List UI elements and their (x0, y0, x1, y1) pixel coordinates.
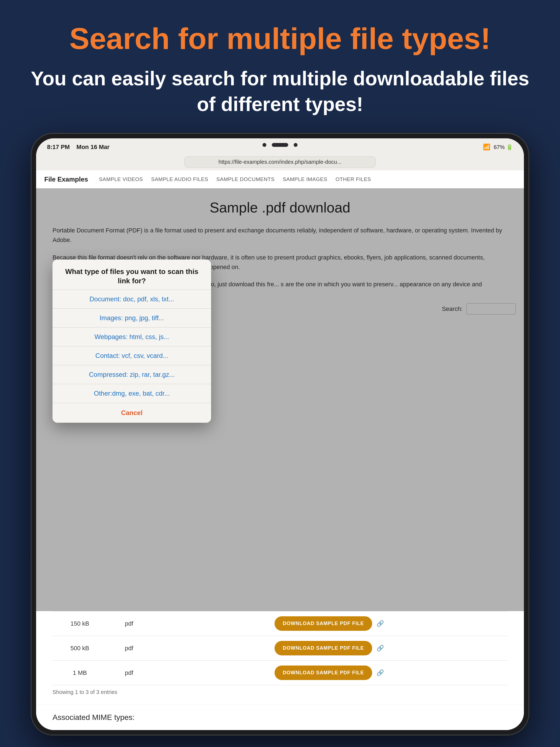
status-time: 8:17 PM Mon 16 Mar (47, 144, 110, 151)
table-info: Showing 1 to 3 of 3 entries (52, 685, 508, 699)
link-icon-3: 🔗 (377, 669, 384, 676)
content-area: Sample .pdf download Portable Document F… (36, 188, 524, 611)
popup-header: What type of files you want to scan this… (52, 259, 211, 289)
table-cell-btn-3: DOWNLOAD SAMPLE PDF FILE 🔗 (151, 666, 508, 680)
nav-item-audio[interactable]: SAMPLE AUDIO FILES (151, 176, 208, 182)
download-btn-3[interactable]: DOWNLOAD SAMPLE PDF FILE (275, 666, 372, 680)
camera-bar (239, 141, 321, 149)
wifi-icon: 📶 (483, 144, 490, 151)
nav-item-images[interactable]: SAMPLE IMAGES (283, 176, 327, 182)
popup-overlay: What type of files you want to scan this… (36, 188, 524, 611)
download-btn-1[interactable]: DOWNLOAD SAMPLE PDF FILE (275, 616, 372, 631)
status-right: 📶 67% 🔋 (483, 144, 513, 151)
main-title: Search for multiple file types! (27, 22, 533, 55)
header-section: Search for multiple file types! You can … (0, 0, 560, 133)
ipad-frame-wrapper: 8:17 PM Mon 16 Mar 📶 67% 🔋 (31, 133, 529, 735)
nav-item-videos[interactable]: SAMPLE VIDEOS (99, 176, 143, 182)
table-cell-type-3: pdf (107, 669, 151, 676)
mime-title: Associated MIME types: (52, 713, 508, 722)
website-nav: File Examples SAMPLE VIDEOS SAMPLE AUDIO… (36, 170, 524, 188)
popup-item-compressed[interactable]: Compressed: zip, rar, tar.gz... (52, 365, 211, 384)
url-bar[interactable]: https://file-examples.com/index.php/samp… (184, 156, 376, 168)
link-icon-2: 🔗 (377, 645, 384, 652)
nav-brand[interactable]: File Examples (44, 176, 88, 183)
download-btn-2[interactable]: DOWNLOAD SAMPLE PDF FILE (275, 641, 372, 655)
nav-item-documents[interactable]: SAMPLE DOCUMENTS (216, 176, 275, 182)
table-cell-btn-2: DOWNLOAD SAMPLE PDF FILE 🔗 (151, 641, 508, 655)
ipad-frame: 8:17 PM Mon 16 Mar 📶 67% 🔋 (31, 133, 529, 735)
table-row-1: 150 kB pdf DOWNLOAD SAMPLE PDF FILE 🔗 (52, 611, 508, 636)
popup-item-images[interactable]: Images: png, jpg, tiff... (52, 309, 211, 328)
nav-item-other[interactable]: OTHER FILES (335, 176, 371, 182)
popup-item-contact[interactable]: Contact: vcf, csv, vcard... (52, 346, 211, 365)
url-bar-wrapper: https://file-examples.com/index.php/samp… (36, 155, 524, 170)
table-cell-size-2: 500 kB (52, 645, 107, 652)
camera-dot-1 (262, 143, 266, 147)
popup-title: What type of files you want to scan this… (61, 267, 203, 286)
table-cell-btn-1: DOWNLOAD SAMPLE PDF FILE 🔗 (151, 616, 508, 631)
camera-dot-2 (294, 143, 298, 147)
popup-item-other[interactable]: Other:dmg, exe, bat, cdr... (52, 384, 211, 403)
battery-indicator: 67% 🔋 (493, 144, 513, 150)
popup-dialog: What type of files you want to scan this… (52, 259, 211, 423)
table-section: 150 kB pdf DOWNLOAD SAMPLE PDF FILE 🔗 50… (36, 611, 524, 705)
table-cell-type-1: pdf (107, 620, 151, 627)
link-icon-1: 🔗 (377, 620, 384, 627)
nav-items: SAMPLE VIDEOS SAMPLE AUDIO FILES SAMPLE … (99, 176, 371, 182)
popup-item-document[interactable]: Document: doc, pdf, xls, txt... (52, 290, 211, 309)
popup-cancel[interactable]: Cancel (52, 403, 211, 423)
sub-title: You can easily search for multiple downl… (27, 66, 533, 117)
table-cell-size-1: 150 kB (52, 620, 107, 627)
camera-pill (272, 143, 288, 147)
popup-item-webpages[interactable]: Webpages: html, css, js... (52, 328, 211, 346)
mime-section: Associated MIME types: (36, 705, 524, 730)
ipad-screen: 8:17 PM Mon 16 Mar 📶 67% 🔋 (36, 138, 524, 730)
table-cell-size-3: 1 MB (52, 669, 107, 676)
table-cell-type-2: pdf (107, 645, 151, 652)
table-row-3: 1 MB pdf DOWNLOAD SAMPLE PDF FILE 🔗 (52, 660, 508, 685)
table-row-2: 500 kB pdf DOWNLOAD SAMPLE PDF FILE 🔗 (52, 636, 508, 660)
